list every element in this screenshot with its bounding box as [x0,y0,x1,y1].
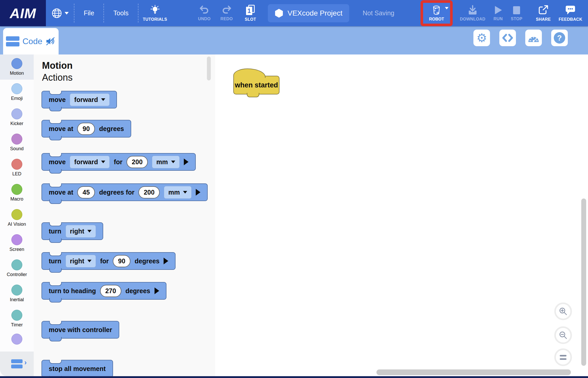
when-started-block[interactable]: when started [233,76,279,94]
undo-icon [199,5,209,15]
palette-collapse-toggle[interactable]: › [0,352,34,376]
project-title-button[interactable]: VEXcode Project [268,4,349,22]
undo-button[interactable]: UNDO [193,5,215,21]
expand-arrow-icon[interactable] [196,189,200,196]
chevron-down-icon [445,7,449,9]
block-label: move at [49,189,73,196]
code-tab-label: Code [23,37,43,46]
zoom-in-button[interactable] [554,303,572,320]
sidebar-item-led[interactable]: LED [0,155,34,180]
zoom-out-button[interactable] [554,326,572,344]
block-turn-to-heading[interactable]: turn to heading 270 degrees [41,282,166,300]
palette-header: Motion Actions [42,60,73,83]
workspace-canvas[interactable]: when started [215,54,588,378]
settings-button[interactable]: ⚙ [473,30,490,46]
code-viewer-button[interactable] [499,30,516,46]
block-move[interactable]: move forward [41,91,117,108]
robot-label: ROBOT [429,17,444,22]
sidebar-item-label: Inertial [10,297,24,303]
reset-zoom-button[interactable] [554,348,572,366]
sidebar-item-label: Macro [10,196,23,202]
robot-button[interactable]: ROBOT [423,3,450,24]
dropdown-caret-icon [87,230,92,232]
slot-icon: 1 [244,5,256,16]
block-stop-all-movement[interactable]: stop all movement [41,360,113,377]
tools-menu[interactable]: Tools [104,0,138,26]
gear-icon: ⚙ [476,32,487,44]
timer-category-icon [11,310,22,321]
emoji-category-icon [11,83,22,94]
sidebar-item-kicker[interactable]: Kicker [0,105,34,130]
direction-dropdown[interactable]: forward [70,156,110,168]
code-tab[interactable]: Code [3,28,59,54]
sidebar-item-timer[interactable]: Timer [0,306,34,331]
distance-input[interactable]: 200 [127,156,148,168]
block-move-for-distance[interactable]: move forward for 200 mm [41,153,196,171]
block-label: degrees [135,257,159,265]
block-label: turn [49,228,61,235]
degrees-input[interactable]: 45 [77,186,95,198]
canvas-vertical-scrollbar[interactable] [581,198,586,366]
gauge-icon [528,33,540,43]
stop-button[interactable]: STOP [507,5,526,21]
sidebar-item-motion[interactable]: Motion [0,54,34,80]
sidebar-item-partial[interactable] [0,331,34,347]
degrees-input[interactable]: 90 [113,255,130,267]
palette-category-title: Motion [42,60,73,71]
block-move-at-degrees-for-distance[interactable]: move at 45 degrees for 200 mm [41,183,208,201]
dashboard-button[interactable] [525,30,542,46]
language-button[interactable] [46,0,74,26]
category-sidebar: Motion Emoji Kicker Sound LED Macro AI V… [0,54,34,378]
heading-input[interactable]: 270 [100,285,121,297]
block-palette: Motion Actions move forward move at 90 d… [34,54,215,376]
expand-arrow-icon[interactable] [184,159,188,165]
block-label: move at [49,125,73,133]
tutorials-button[interactable]: TUTORIALS [138,0,172,26]
units-dropdown[interactable]: mm [164,186,191,199]
block-move-at-degrees[interactable]: move at 90 degrees [41,120,131,138]
turn-direction-dropdown[interactable]: right [66,255,96,267]
sound-muted-icon [45,37,56,46]
expand-arrow-icon[interactable] [164,258,168,264]
sidebar-item-macro[interactable]: Macro [0,180,34,205]
direction-dropdown[interactable]: forward [70,93,110,106]
workspace-toolbar: Code ⚙ [0,26,588,54]
sidebar-item-emoji[interactable]: Emoji [0,80,34,105]
hexagon-icon [275,8,283,18]
dropdown-value: forward [74,96,98,104]
file-menu[interactable]: File [74,0,103,26]
share-label: SHARE [536,17,551,22]
motion-category-icon [11,58,22,69]
zoom-in-icon [559,307,568,316]
share-button[interactable]: SHARE [532,5,555,22]
redo-button[interactable]: REDO [215,5,238,21]
distance-input[interactable]: 200 [138,186,160,198]
block-label: move [49,158,66,166]
palette-scrollbar[interactable] [207,57,211,80]
feedback-button[interactable]: FEEDBACK [555,5,586,22]
sidebar-item-controller[interactable]: Controller [0,256,34,281]
sidebar-item-screen[interactable]: Screen [0,231,34,256]
block-label: move with controller [49,326,112,334]
sidebar-item-ai-vision[interactable]: AI Vision [0,205,34,231]
download-button[interactable]: DOWNLOAD [456,5,489,22]
canvas-horizontal-scrollbar[interactable] [376,369,571,375]
block-move-with-controller[interactable]: move with controller [41,321,119,339]
stop-icon [512,5,521,15]
expand-arrow-icon[interactable] [155,287,159,294]
sidebar-item-label: Controller [7,272,27,277]
slot-button[interactable]: 1 SLOT [239,5,262,22]
block-label: move [49,96,66,104]
units-dropdown[interactable]: mm [152,156,179,168]
sidebar-item-inertial[interactable]: Inertial [0,281,34,306]
degrees-input[interactable]: 90 [77,123,95,135]
sidebar-item-sound[interactable]: Sound [0,130,34,155]
run-button[interactable]: RUN [489,5,507,21]
turn-direction-dropdown[interactable]: right [66,225,96,238]
project-title: VEXcode Project [288,9,342,17]
feedback-icon [565,5,576,16]
block-label: turn to heading [49,287,96,295]
block-turn[interactable]: turn right [41,222,103,240]
block-turn-for-degrees[interactable]: turn right for 90 degrees [41,252,176,270]
help-button[interactable]: ? [551,30,568,46]
